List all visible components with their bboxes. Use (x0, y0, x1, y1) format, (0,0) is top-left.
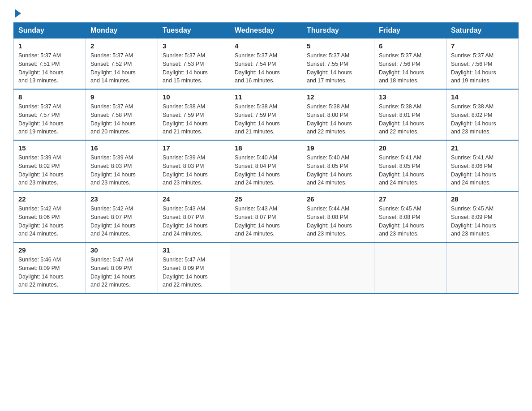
week-row-2: 8Sunrise: 5:37 AMSunset: 7:57 PMDaylight… (14, 89, 519, 140)
day-number: 24 (163, 195, 225, 203)
day-number: 15 (18, 144, 81, 152)
day-number: 31 (163, 246, 225, 254)
calendar-cell: 20Sunrise: 5:41 AMSunset: 8:05 PMDayligh… (374, 140, 446, 191)
calendar-cell: 21Sunrise: 5:41 AMSunset: 8:06 PMDayligh… (446, 140, 519, 191)
day-number: 19 (307, 144, 369, 152)
day-number: 23 (90, 195, 153, 203)
week-row-4: 22Sunrise: 5:42 AMSunset: 8:06 PMDayligh… (14, 191, 519, 242)
day-info: Sunrise: 5:39 AMSunset: 8:03 PMDaylight:… (163, 154, 225, 187)
calendar-cell: 18Sunrise: 5:40 AMSunset: 8:04 PMDayligh… (230, 140, 302, 191)
calendar-cell (446, 242, 519, 293)
calendar-cell: 4Sunrise: 5:37 AMSunset: 7:54 PMDaylight… (230, 39, 302, 90)
day-info: Sunrise: 5:41 AMSunset: 8:06 PMDaylight:… (451, 154, 514, 187)
day-info: Sunrise: 5:38 AMSunset: 8:02 PMDaylight:… (451, 103, 514, 136)
day-number: 22 (18, 195, 81, 203)
day-number: 7 (451, 42, 514, 50)
day-number: 16 (90, 144, 153, 152)
day-number: 3 (163, 42, 225, 50)
day-info: Sunrise: 5:40 AMSunset: 8:04 PMDaylight:… (235, 154, 297, 187)
day-number: 14 (451, 93, 514, 101)
day-number: 30 (90, 246, 153, 254)
day-number: 6 (379, 42, 442, 50)
day-info: Sunrise: 5:45 AMSunset: 8:09 PMDaylight:… (451, 205, 514, 238)
day-info: Sunrise: 5:47 AMSunset: 8:09 PMDaylight:… (163, 256, 225, 289)
calendar-cell: 1Sunrise: 5:37 AMSunset: 7:51 PMDaylight… (14, 39, 86, 90)
calendar-cell: 13Sunrise: 5:38 AMSunset: 8:01 PMDayligh… (374, 89, 446, 140)
day-info: Sunrise: 5:37 AMSunset: 7:54 PMDaylight:… (235, 51, 297, 85)
day-number: 1 (18, 42, 81, 50)
day-number: 10 (163, 93, 225, 101)
calendar-cell: 30Sunrise: 5:47 AMSunset: 8:09 PMDayligh… (86, 242, 158, 293)
day-info: Sunrise: 5:40 AMSunset: 8:05 PMDaylight:… (307, 154, 369, 187)
day-info: Sunrise: 5:39 AMSunset: 8:03 PMDaylight:… (90, 154, 153, 187)
day-info: Sunrise: 5:38 AMSunset: 7:59 PMDaylight:… (235, 103, 297, 136)
calendar-cell: 28Sunrise: 5:45 AMSunset: 8:09 PMDayligh… (446, 191, 519, 242)
calendar-cell: 15Sunrise: 5:39 AMSunset: 8:02 PMDayligh… (14, 140, 86, 191)
day-number: 29 (18, 246, 81, 254)
day-info: Sunrise: 5:45 AMSunset: 8:08 PMDaylight:… (379, 205, 442, 238)
header-friday: Friday (374, 23, 446, 39)
calendar-cell: 27Sunrise: 5:45 AMSunset: 8:08 PMDayligh… (374, 191, 446, 242)
day-info: Sunrise: 5:37 AMSunset: 7:56 PMDaylight:… (451, 51, 514, 85)
header-saturday: Saturday (446, 23, 519, 39)
calendar-cell: 16Sunrise: 5:39 AMSunset: 8:03 PMDayligh… (86, 140, 158, 191)
week-row-1: 1Sunrise: 5:37 AMSunset: 7:51 PMDaylight… (14, 39, 519, 90)
calendar-cell: 7Sunrise: 5:37 AMSunset: 7:56 PMDaylight… (446, 39, 519, 90)
day-number: 26 (307, 195, 369, 203)
day-info: Sunrise: 5:42 AMSunset: 8:06 PMDaylight:… (18, 205, 81, 238)
day-info: Sunrise: 5:37 AMSunset: 7:58 PMDaylight:… (90, 103, 153, 136)
day-number: 17 (163, 144, 225, 152)
day-number: 11 (235, 93, 297, 101)
day-info: Sunrise: 5:43 AMSunset: 8:07 PMDaylight:… (235, 205, 297, 238)
week-row-3: 15Sunrise: 5:39 AMSunset: 8:02 PMDayligh… (14, 140, 519, 191)
calendar-cell: 24Sunrise: 5:43 AMSunset: 8:07 PMDayligh… (158, 191, 230, 242)
calendar-cell (302, 242, 374, 293)
day-info: Sunrise: 5:38 AMSunset: 8:00 PMDaylight:… (307, 103, 369, 136)
day-info: Sunrise: 5:39 AMSunset: 8:02 PMDaylight:… (18, 154, 81, 187)
day-info: Sunrise: 5:44 AMSunset: 8:08 PMDaylight:… (307, 205, 369, 238)
logo-arrow-icon (15, 9, 21, 18)
calendar-cell: 12Sunrise: 5:38 AMSunset: 8:00 PMDayligh… (302, 89, 374, 140)
calendar-cell: 19Sunrise: 5:40 AMSunset: 8:05 PMDayligh… (302, 140, 374, 191)
day-number: 8 (18, 93, 81, 101)
day-info: Sunrise: 5:37 AMSunset: 7:52 PMDaylight:… (90, 51, 153, 85)
day-number: 13 (379, 93, 442, 101)
day-info: Sunrise: 5:37 AMSunset: 7:51 PMDaylight:… (18, 51, 81, 85)
calendar-cell: 2Sunrise: 5:37 AMSunset: 7:52 PMDaylight… (86, 39, 158, 90)
calendar-cell: 23Sunrise: 5:42 AMSunset: 8:07 PMDayligh… (86, 191, 158, 242)
weekday-header-row: SundayMondayTuesdayWednesdayThursdayFrid… (14, 23, 519, 39)
calendar-cell: 31Sunrise: 5:47 AMSunset: 8:09 PMDayligh… (158, 242, 230, 293)
week-row-5: 29Sunrise: 5:46 AMSunset: 8:09 PMDayligh… (14, 242, 519, 293)
calendar-cell: 8Sunrise: 5:37 AMSunset: 7:57 PMDaylight… (14, 89, 86, 140)
calendar-cell: 9Sunrise: 5:37 AMSunset: 7:58 PMDaylight… (86, 89, 158, 140)
day-number: 20 (379, 144, 442, 152)
calendar-cell: 11Sunrise: 5:38 AMSunset: 7:59 PMDayligh… (230, 89, 302, 140)
day-info: Sunrise: 5:42 AMSunset: 8:07 PMDaylight:… (90, 205, 153, 238)
day-number: 28 (451, 195, 514, 203)
day-info: Sunrise: 5:43 AMSunset: 8:07 PMDaylight:… (163, 205, 225, 238)
day-number: 2 (90, 42, 153, 50)
day-info: Sunrise: 5:38 AMSunset: 8:01 PMDaylight:… (379, 103, 442, 136)
day-info: Sunrise: 5:37 AMSunset: 7:56 PMDaylight:… (379, 51, 442, 85)
day-info: Sunrise: 5:41 AMSunset: 8:05 PMDaylight:… (379, 154, 442, 187)
day-number: 25 (235, 195, 297, 203)
logo (13, 9, 22, 18)
header-sunday: Sunday (14, 23, 86, 39)
calendar-cell: 5Sunrise: 5:37 AMSunset: 7:55 PMDaylight… (302, 39, 374, 90)
day-number: 9 (90, 93, 153, 101)
calendar-cell: 10Sunrise: 5:38 AMSunset: 7:59 PMDayligh… (158, 89, 230, 140)
day-number: 18 (235, 144, 297, 152)
day-info: Sunrise: 5:37 AMSunset: 7:57 PMDaylight:… (18, 103, 81, 136)
calendar-cell: 25Sunrise: 5:43 AMSunset: 8:07 PMDayligh… (230, 191, 302, 242)
header-tuesday: Tuesday (158, 23, 230, 39)
calendar-cell: 26Sunrise: 5:44 AMSunset: 8:08 PMDayligh… (302, 191, 374, 242)
day-info: Sunrise: 5:38 AMSunset: 7:59 PMDaylight:… (163, 103, 225, 136)
header-monday: Monday (86, 23, 158, 39)
calendar-cell: 29Sunrise: 5:46 AMSunset: 8:09 PMDayligh… (14, 242, 86, 293)
day-number: 12 (307, 93, 369, 101)
day-info: Sunrise: 5:46 AMSunset: 8:09 PMDaylight:… (18, 256, 81, 289)
day-info: Sunrise: 5:47 AMSunset: 8:09 PMDaylight:… (90, 256, 153, 289)
day-info: Sunrise: 5:37 AMSunset: 7:53 PMDaylight:… (163, 51, 225, 85)
calendar-cell: 6Sunrise: 5:37 AMSunset: 7:56 PMDaylight… (374, 39, 446, 90)
calendar-cell: 3Sunrise: 5:37 AMSunset: 7:53 PMDaylight… (158, 39, 230, 90)
